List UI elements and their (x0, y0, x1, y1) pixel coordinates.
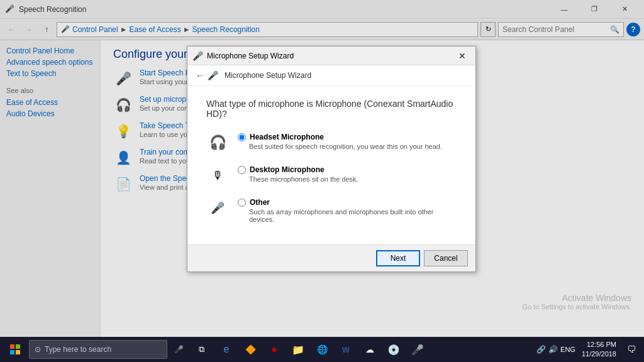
volume-icon: 🔊 (548, 345, 558, 354)
svg-rect-2 (10, 350, 14, 354)
other-radio[interactable] (238, 199, 246, 207)
radio-option-desktop: 🎙 Desktop Microphone These microphones s… (206, 164, 457, 187)
other-label[interactable]: Other (250, 198, 270, 207)
windows-icon (10, 344, 20, 354)
taskbar-icon-onedrive[interactable]: ☁ (358, 338, 381, 361)
radio-option-other: 🎤 Other Such as array microphones and mi… (206, 197, 457, 223)
taskbar-right: 🔗 🔊 ENG 12:56 PM 11/29/2018 🗨 (536, 338, 640, 361)
svg-rect-3 (16, 350, 20, 354)
taskbar-icon-word[interactable]: W (335, 338, 357, 361)
dialog-close-button[interactable]: ✕ (454, 49, 470, 63)
dialog-title-text: Microphone Setup Wizard (207, 52, 454, 60)
network-icon: 🔗 (536, 345, 546, 354)
dialog-footer: Next Cancel (187, 244, 475, 272)
other-desc: Such as array microphones and microphone… (249, 208, 457, 223)
desktop-label[interactable]: Desktop Microphone (250, 165, 325, 174)
taskbar-date: 11/29/2018 (582, 349, 616, 359)
dialog-question: What type of microphone is Microphone (C… (206, 99, 457, 119)
lang-label: ENG (560, 346, 575, 353)
headset-radio[interactable] (238, 133, 246, 141)
desktop-mic-icon: 🎙 (206, 164, 229, 187)
dialog-titlebar: 🎤 Microphone Setup Wizard ✕ (187, 47, 475, 65)
dialog-nav: ← 🎤 Microphone Setup Wizard (187, 65, 475, 86)
headset-label[interactable]: Headset Microphone (250, 133, 324, 141)
headset-desc: Best suited for speech recognition, you … (249, 143, 442, 150)
dialog-nav-mic-icon: 🎤 (208, 70, 218, 80)
task-view-button[interactable]: ⧉ (190, 338, 213, 361)
cortana-icon[interactable]: 🎤 (170, 341, 187, 358)
headset-icon: 🎧 (206, 131, 229, 154)
cancel-button[interactable]: Cancel (424, 250, 468, 266)
dialog-overlay: 🎤 Microphone Setup Wizard ✕ ← 🎤 Micropho… (0, 0, 644, 337)
taskbar-icon-vlc[interactable]: 🔶 (239, 338, 262, 361)
taskbar-icon-folder[interactable]: 📁 (287, 338, 309, 361)
taskbar-search-icon: ⊙ (35, 345, 41, 354)
dialog-content: What type of microphone is Microphone (C… (187, 86, 475, 244)
svg-rect-0 (10, 344, 14, 349)
radio-option-headset: 🎧 Headset Microphone Best suited for spe… (206, 131, 457, 154)
other-mic-icon: 🎤 (206, 197, 229, 219)
taskbar-search[interactable]: ⊙ Type here to search (29, 340, 167, 359)
taskbar-icon-circle[interactable]: ● (263, 338, 286, 361)
taskbar-sys-tray: 🔗 🔊 ENG (536, 345, 575, 354)
desktop-desc: These microphones sit on the desk. (249, 175, 358, 183)
next-button[interactable]: Next (376, 250, 420, 266)
taskbar-icon-disc[interactable]: 💿 (382, 338, 405, 361)
taskbar-time: 12:56 PM (582, 340, 616, 349)
start-button[interactable] (4, 338, 26, 361)
dialog-back-button[interactable]: ← (192, 68, 208, 83)
notification-button[interactable]: 🗨 (623, 338, 640, 361)
svg-rect-1 (16, 344, 20, 349)
taskbar: ⊙ Type here to search 🎤 ⧉ e 🔶 ● 📁 🌐 W ☁ … (0, 337, 644, 362)
desktop-radio[interactable] (238, 166, 246, 174)
taskbar-icon-chrome[interactable]: 🌐 (311, 338, 333, 361)
taskbar-search-placeholder: Type here to search (45, 345, 111, 354)
taskbar-icon-edge[interactable]: e (215, 338, 238, 361)
taskbar-icon-mic[interactable]: 🎤 (406, 338, 429, 361)
microphone-setup-dialog: 🎤 Microphone Setup Wizard ✕ ← 🎤 Micropho… (187, 46, 476, 272)
dialog-nav-title: Microphone Setup Wizard (225, 71, 311, 80)
taskbar-app-icons: e 🔶 ● 📁 🌐 W ☁ 💿 🎤 (215, 338, 429, 361)
dialog-mic-icon: 🎤 (192, 51, 203, 61)
taskbar-clock[interactable]: 12:56 PM 11/29/2018 (579, 340, 619, 359)
